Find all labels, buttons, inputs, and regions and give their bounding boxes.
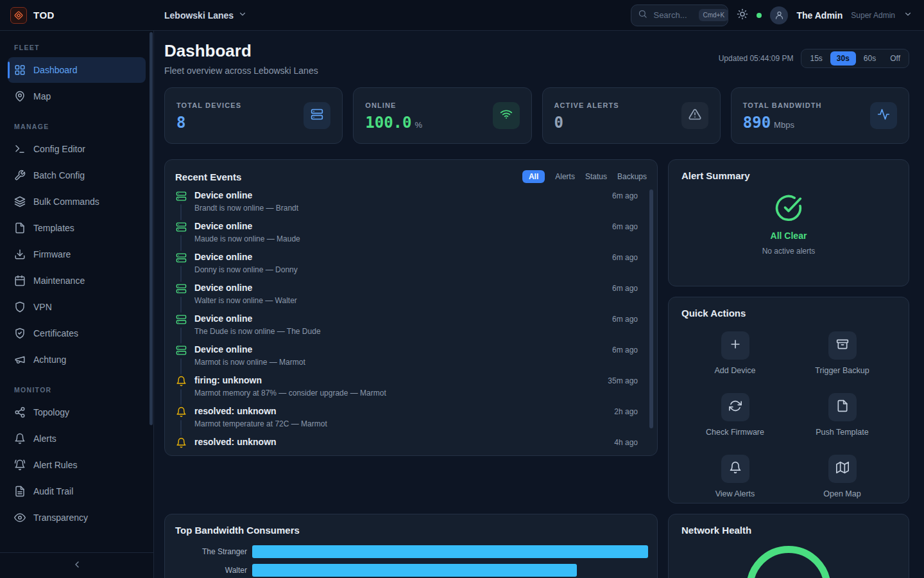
activity-icon: [877, 108, 890, 123]
event-icon-column: [175, 189, 187, 220]
user-menu-chevron-icon[interactable]: [903, 10, 912, 21]
search-box[interactable]: Cmd+K: [631, 4, 728, 26]
quick-action-trigger-backup[interactable]: Trigger Backup: [789, 331, 896, 375]
event-time: 4h ago: [614, 438, 638, 449]
sidebar-item-label: Achtung: [33, 355, 66, 365]
quick-action-add-device[interactable]: Add Device: [681, 331, 789, 375]
sidebar-item-label: Dashboard: [33, 65, 78, 75]
event-row[interactable]: Device onlineMarmot is now online — Marm…: [175, 344, 638, 374]
main-content: Dashboard Fleet overview across Lebowski…: [154, 31, 924, 578]
sidebar-collapse-button[interactable]: [68, 559, 86, 572]
sidebar-item-audit-trail[interactable]: Audit Trail: [8, 478, 146, 504]
event-detail: The Dude is now online — The Dude: [194, 327, 604, 336]
sidebar-item-label: Batch Config: [33, 170, 85, 180]
page-header: Dashboard Fleet overview across Lebowski…: [164, 41, 909, 76]
bandwidth-rows: The StrangerWalter: [175, 545, 648, 577]
event-icon-column: [175, 220, 187, 251]
archive-icon: [836, 338, 849, 353]
quick-actions-grid: Add DeviceTrigger BackupCheck FirmwarePu…: [681, 331, 896, 498]
event-row[interactable]: Device onlineDonny is now online — Donny…: [175, 251, 638, 282]
sidebar-item-achtung[interactable]: Achtung: [8, 347, 146, 372]
event-title: resolved: unknown: [194, 437, 606, 448]
sidebar-scrollbar[interactable]: [150, 32, 153, 425]
event-title: resolved: unknown: [194, 406, 606, 417]
interval-button-15s[interactable]: 15s: [803, 51, 828, 66]
search-input[interactable]: [652, 10, 694, 21]
interval-button-30s[interactable]: 30s: [830, 51, 856, 66]
connection-status-dot: [757, 13, 762, 18]
event-row[interactable]: Device onlineMaude is now online — Maude…: [175, 220, 638, 251]
event-timeline-tail: [180, 297, 182, 313]
event-tab-status[interactable]: Status: [585, 172, 607, 181]
chevron-down-icon: [238, 10, 247, 21]
sidebar-item-certificates[interactable]: Certificates: [8, 320, 146, 346]
quick-action-check-firmware[interactable]: Check Firmware: [681, 393, 789, 437]
event-row[interactable]: Device onlineBrandt is now online — Bran…: [175, 189, 638, 220]
alert-triangle-icon: [689, 108, 701, 123]
event-body: Device onlineMarmot is now online — Marm…: [194, 344, 604, 374]
sidebar-item-firmware[interactable]: Firmware: [8, 241, 146, 267]
topbar: TOD Lebowski Lanes Cmd+K: [0, 0, 924, 31]
event-tab-alerts[interactable]: Alerts: [555, 172, 575, 181]
sidebar-item-templates[interactable]: Templates: [8, 215, 146, 241]
interval-button-off[interactable]: Off: [884, 51, 907, 66]
quick-action-icon-box: [828, 331, 857, 360]
alert-summary-title: Alert Summary: [681, 170, 896, 181]
sidebar-item-config-editor[interactable]: Config Editor: [8, 136, 146, 162]
event-row[interactable]: Device onlineWalter is now online — Walt…: [175, 282, 638, 313]
event-title: Device online: [194, 344, 604, 355]
stat-label: TOTAL DEVICES: [176, 101, 241, 109]
event-list-scrollbar[interactable]: [649, 189, 653, 428]
quick-action-open-map[interactable]: Open Map: [789, 455, 896, 498]
sidebar-item-label: Audit Trail: [33, 486, 73, 496]
bell-icon: [176, 376, 187, 387]
event-row[interactable]: Device onlineThe Dude is now online — Th…: [175, 313, 638, 344]
refresh-icon: [729, 399, 742, 415]
event-time: 6m ago: [612, 253, 638, 282]
sidebar-item-map[interactable]: Map: [8, 83, 146, 109]
interval-button-60s[interactable]: 60s: [857, 51, 882, 66]
sidebar-item-maintenance[interactable]: Maintenance: [8, 268, 146, 293]
page-title: Dashboard: [164, 41, 318, 61]
event-row[interactable]: resolved: unknown4h ago: [175, 436, 638, 449]
event-row[interactable]: resolved: unknownMarmot temperature at 7…: [175, 405, 638, 436]
event-tab-all[interactable]: All: [522, 170, 545, 183]
stat-value: 890Mbps: [743, 115, 822, 130]
sidebar-item-bulk-commands[interactable]: Bulk Commands: [8, 189, 146, 215]
sidebar-section: MANAGEConfig EditorBatch ConfigBulk Comm…: [8, 110, 146, 372]
quick-action-push-template[interactable]: Push Template: [789, 393, 896, 437]
sidebar-item-vpn[interactable]: VPN: [8, 294, 146, 320]
quick-action-label: Push Template: [816, 428, 868, 437]
file-text-icon: [14, 486, 26, 497]
event-icon-column: [175, 344, 187, 374]
sidebar-item-dashboard[interactable]: Dashboard: [8, 57, 146, 83]
bandwidth-track: [252, 564, 648, 577]
stat-icon-box: [870, 102, 897, 129]
theme-toggle-button[interactable]: [737, 8, 748, 22]
sidebar-item-topology[interactable]: Topology: [8, 399, 146, 425]
terminal-icon: [14, 143, 26, 155]
refresh-interval-control: 15s30s60sOff: [801, 49, 909, 68]
event-time: 6m ago: [612, 315, 638, 344]
org-switcher[interactable]: Lebowski Lanes: [164, 10, 247, 21]
sidebar-item-alert-rules[interactable]: Alert Rules: [8, 452, 146, 478]
user-avatar[interactable]: [770, 6, 788, 24]
event-icon-column: [175, 313, 187, 344]
file-icon: [14, 222, 26, 234]
bell-icon: [176, 437, 187, 448]
event-detail: Donny is now online — Donny: [194, 265, 604, 274]
stat-number: 100.0: [365, 115, 411, 130]
stat-value: 100.0%: [365, 115, 422, 130]
sidebar-item-batch-config[interactable]: Batch Config: [8, 162, 146, 188]
event-row[interactable]: firing: unknownMarmot memory at 87% — co…: [175, 374, 638, 405]
server-icon: [311, 108, 323, 123]
quick-actions-title: Quick Actions: [681, 308, 896, 319]
stat-card-online: ONLINE100.0%: [353, 87, 531, 144]
recent-events-card: Recent Events AllAlertsStatusBackups Dev…: [164, 159, 658, 456]
sidebar-item-alerts[interactable]: Alerts: [8, 426, 146, 451]
quick-action-view-alerts[interactable]: View Alerts: [681, 455, 789, 498]
sidebar-item-transparency[interactable]: Transparency: [8, 505, 146, 530]
server-icon: [176, 345, 187, 356]
network-health-donut: [746, 546, 831, 578]
event-tab-backups[interactable]: Backups: [617, 172, 647, 181]
